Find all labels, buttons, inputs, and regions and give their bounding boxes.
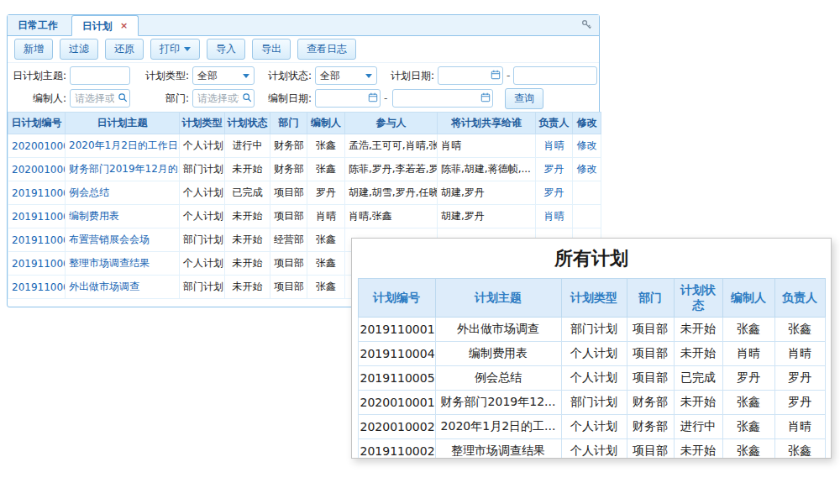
creator-cell: 罗丹 <box>307 181 345 205</box>
tab-bar: 日常工作 日计划 × <box>8 15 599 36</box>
share-cell: 胡建,罗丹 <box>438 181 536 205</box>
create-date-from-wrap <box>315 89 381 108</box>
owner-cell: 罗丹 <box>774 391 825 415</box>
plan-subject-link[interactable]: 外出做市场调查 <box>66 276 180 299</box>
creator-cell: 张鑫 <box>722 415 774 439</box>
creator-cell: 张鑫 <box>722 318 774 342</box>
creator-label: 编制人: <box>9 89 66 108</box>
plan-subject-cell: 例会总结 <box>435 366 561 391</box>
export-button[interactable]: 导出 <box>252 39 291 60</box>
import-button[interactable]: 导入 <box>207 39 245 60</box>
table-row: 2020010002 2020年1月2日的工... 个人计划 财务部 进行中 张… <box>358 415 825 439</box>
tab-daily-work[interactable]: 日常工作 <box>8 15 68 36</box>
create-date-to-wrap <box>392 89 493 108</box>
plan-type-select[interactable]: 全部 <box>192 66 255 85</box>
create-date-to-input[interactable] <box>392 89 493 108</box>
plan-type-cell: 个人计划 <box>561 415 627 439</box>
participants-cell: 孟浩,王可可,肖晴,张鑫 <box>345 134 438 158</box>
table-row: 2019110001 外出做市场调查 部门计划 项目部 未开始 张鑫 张鑫 <box>358 318 825 342</box>
add-button[interactable]: 新增 <box>14 39 53 60</box>
creator-cell: 张鑫 <box>307 252 345 276</box>
owner-cell: 罗丹 <box>774 366 825 391</box>
plan-date-to-input[interactable] <box>513 66 597 85</box>
plan-status-cell: 未开始 <box>674 318 722 342</box>
share-cell: 陈菲,胡建,蒋德帧,... <box>438 158 536 181</box>
col-header-status: 计划状态 <box>674 279 722 318</box>
col-header-share: 将计划共享给谁 <box>438 113 536 134</box>
creator-cell: 张鑫 <box>307 276 345 299</box>
owner-cell: 张鑫 <box>774 318 825 342</box>
print-button[interactable]: 打印 <box>150 39 200 60</box>
plan-subject-link[interactable]: 编制费用表 <box>66 205 180 228</box>
plan-type-cell: 部门计划 <box>180 228 225 252</box>
plan-type-cell: 部门计划 <box>180 276 225 299</box>
col-header-subject: 计划主题 <box>435 279 561 318</box>
plan-id-link[interactable]: 2020010002 <box>8 134 66 158</box>
plan-id-link[interactable]: 2020010001 <box>8 158 66 181</box>
date-range-separator: - <box>507 66 510 85</box>
restore-button[interactable]: 还原 <box>105 39 144 60</box>
subject-input[interactable] <box>70 66 130 85</box>
tab-daily-plan[interactable]: 日计划 × <box>71 15 139 36</box>
search-icon[interactable] <box>242 92 252 105</box>
owner-link[interactable]: 罗丹 <box>536 181 573 205</box>
participants-cell: 陈菲,罗丹,李若若,罗... <box>345 158 438 181</box>
plan-id-link[interactable]: 2019110002 <box>8 252 66 276</box>
plan-id-link[interactable]: 2019110003 <box>8 228 66 252</box>
table-row: 2019110004 编制费用表 个人计划 未开始 项目部 肖晴 肖晴,张鑫 胡… <box>8 205 601 228</box>
plan-status-cell: 未开始 <box>225 158 270 181</box>
plan-subject-link[interactable]: 布置营销展会会场 <box>66 228 180 252</box>
plan-subject-link[interactable]: 财务部门2019年12月的... <box>66 158 180 181</box>
col-header-modify: 修改 <box>573 113 601 134</box>
col-header-owner: 负责人 <box>774 279 825 318</box>
calendar-icon[interactable] <box>368 92 378 105</box>
filter-button[interactable]: 过滤 <box>60 39 98 60</box>
plan-type-value: 全部 <box>197 70 218 81</box>
dept-cell: 项目部 <box>270 252 307 276</box>
search-icon[interactable] <box>118 92 128 105</box>
calendar-icon[interactable] <box>480 92 491 105</box>
plan-subject-link[interactable]: 整理市场调查结果 <box>66 252 180 276</box>
plan-id-link[interactable]: 2019110004 <box>8 205 66 228</box>
plan-status-label: 计划状态: <box>258 66 312 85</box>
plan-type-cell: 个人计划 <box>180 181 225 205</box>
modify-link[interactable]: 修改 <box>573 134 601 158</box>
date-range-separator: - <box>384 89 387 108</box>
plan-status-cell: 未开始 <box>225 276 270 299</box>
creator-cell: 肖晴 <box>722 342 774 366</box>
modify-link[interactable]: 修改 <box>573 158 601 181</box>
plan-id-link[interactable]: 2019110005 <box>8 181 66 205</box>
plan-type-cell: 部门计划 <box>561 318 627 342</box>
owner-link[interactable]: 肖晴 <box>536 205 573 228</box>
plan-id-cell: 2020010001 <box>358 391 435 415</box>
key-icon[interactable] <box>581 19 592 33</box>
close-icon[interactable]: × <box>120 20 128 31</box>
table-row: 2019110005 例会总结 个人计划 已完成 项目部 罗丹 胡建,胡雪,罗丹… <box>8 181 601 205</box>
owner-link[interactable]: 肖晴 <box>536 134 573 158</box>
table-row: 2020010002 2020年1月2日的工作日... 个人计划 进行中 财务部… <box>8 134 601 158</box>
col-header-type: 计划类型 <box>561 279 627 318</box>
plan-type-cell: 个人计划 <box>561 366 627 391</box>
plan-status-cell: 未开始 <box>674 391 722 415</box>
search-button[interactable]: 查询 <box>505 88 543 109</box>
plan-type-cell: 个人计划 <box>180 134 225 158</box>
plan-subject-link[interactable]: 2020年1月2日的工作日... <box>66 134 180 158</box>
filter-form: 日计划主题: 计划类型: 全部 计划状态: 全部 计划日期: - <box>8 63 599 112</box>
plan-status-select[interactable]: 全部 <box>315 66 377 85</box>
participants-cell: 肖晴,张鑫 <box>345 205 438 228</box>
calendar-icon[interactable] <box>491 70 501 82</box>
plan-status-cell: 未开始 <box>225 252 270 276</box>
dept-cell: 项目部 <box>627 318 674 342</box>
table-header-row: 日计划编号 日计划主题 计划类型 计划状态 部门 编制人 参与人 将计划共享给谁… <box>8 113 601 134</box>
owner-link[interactable]: 罗丹 <box>536 158 573 181</box>
plan-subject-link[interactable]: 例会总结 <box>66 181 180 205</box>
col-header-creator: 编制人 <box>307 113 345 134</box>
plan-type-cell: 个人计划 <box>180 205 225 228</box>
plan-type-cell: 个人计划 <box>561 342 627 366</box>
view-log-button[interactable]: 查看日志 <box>297 39 356 60</box>
plan-id-link[interactable]: 2019110001 <box>8 276 66 299</box>
col-header-plan-id: 日计划编号 <box>8 113 66 134</box>
page-title: 所有计划 <box>352 246 831 271</box>
dept-cell: 项目部 <box>270 205 307 228</box>
screen: 日常工作 日计划 × 新增 过滤 还原 打印 导入 导出 查看日志 <box>0 0 840 504</box>
